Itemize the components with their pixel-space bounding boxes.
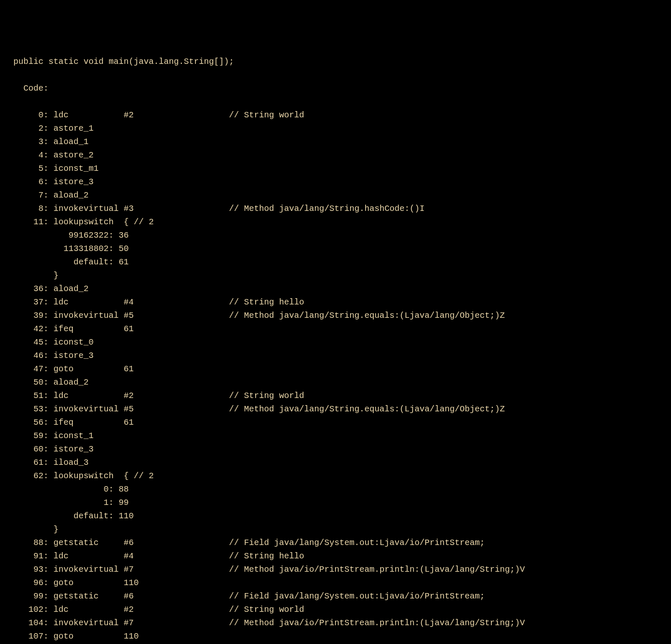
bytecode-line: 7: aload_2 xyxy=(3,189,668,202)
bytecode-line: 91: ldc #4 // String hello xyxy=(3,550,668,563)
bytecode-line: } xyxy=(3,523,668,536)
code-label: Code: xyxy=(3,82,668,95)
bytecode-line: 6: istore_3 xyxy=(3,175,668,189)
bytecode-line: 62: lookupswitch { // 2 xyxy=(3,469,668,483)
bytecode-line: 4: astore_2 xyxy=(3,149,668,162)
bytecode-line: 53: invokevirtual #5 // Method java/lang… xyxy=(3,403,668,416)
bytecode-line: 42: ifeq 61 xyxy=(3,322,668,336)
bytecode-line: 61: iload_3 xyxy=(3,456,668,469)
bytecode-line: 107: goto 110 xyxy=(3,630,668,643)
bytecode-line: } xyxy=(3,269,668,282)
bytecode-line: 47: goto 61 xyxy=(3,363,668,376)
bytecode-line: 102: ldc #2 // String world xyxy=(3,603,668,616)
bytecode-line: 51: ldc #2 // String world xyxy=(3,389,668,403)
bytecode-line: 11: lookupswitch { // 2 xyxy=(3,216,668,229)
bytecode-line: default: 61 xyxy=(3,256,668,269)
bytecode-line: 2: astore_1 xyxy=(3,122,668,135)
instructions-block: 0: ldc #2 // String world 2: astore_1 3:… xyxy=(3,109,668,644)
bytecode-line: 46: istore_3 xyxy=(3,349,668,363)
bytecode-line: 0: 88 xyxy=(3,483,668,496)
bytecode-line: 104: invokevirtual #7 // Method java/io/… xyxy=(3,616,668,630)
bytecode-line: 99162322: 36 xyxy=(3,229,668,242)
bytecode-line: 45: iconst_0 xyxy=(3,336,668,349)
bytecode-line: 1: 99 xyxy=(3,496,668,510)
bytecode-line: 59: iconst_1 xyxy=(3,429,668,443)
bytecode-line: 56: ifeq 61 xyxy=(3,416,668,429)
method-signature: public static void main(java.lang.String… xyxy=(3,55,668,68)
bytecode-line: 8: invokevirtual #3 // Method java/lang/… xyxy=(3,202,668,216)
bytecode-line: 99: getstatic #6 // Field java/lang/Syst… xyxy=(3,590,668,603)
bytecode-line: 60: istore_3 xyxy=(3,443,668,456)
bytecode-line: 36: aload_2 xyxy=(3,282,668,296)
bytecode-line: 3: aload_1 xyxy=(3,135,668,149)
bytecode-line: 0: ldc #2 // String world xyxy=(3,109,668,122)
bytecode-line: 113318802: 50 xyxy=(3,242,668,256)
bytecode-line: default: 110 xyxy=(3,510,668,523)
bytecode-line: 88: getstatic #6 // Field java/lang/Syst… xyxy=(3,536,668,550)
bytecode-line: 39: invokevirtual #5 // Method java/lang… xyxy=(3,309,668,322)
bytecode-line: 5: iconst_m1 xyxy=(3,162,668,175)
bytecode-line: 37: ldc #4 // String hello xyxy=(3,296,668,309)
bytecode-line: 93: invokevirtual #7 // Method java/io/P… xyxy=(3,563,668,576)
bytecode-line: 96: goto 110 xyxy=(3,576,668,590)
bytecode-line: 50: aload_2 xyxy=(3,376,668,389)
